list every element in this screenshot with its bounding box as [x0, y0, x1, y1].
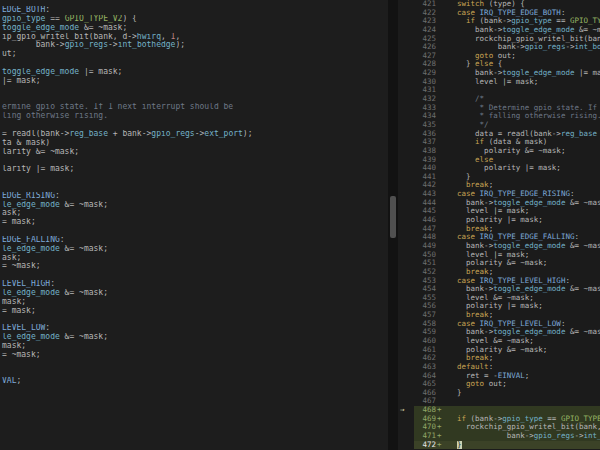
code-line[interactable]: EDGE_FALLING:: [0, 236, 388, 245]
code-token: gpio_regs: [534, 432, 575, 440]
code-line-body: 437 if (data & mask): [414, 138, 600, 147]
code-line[interactable]: VAL;: [0, 377, 388, 386]
code-token: rockchip_gpio_writel_bit(bank, d->: [448, 423, 600, 431]
code-line[interactable]: le_edge_mode &= ~mask;: [0, 245, 388, 254]
code-line[interactable]: = readl(bank->reg_base + bank->gpio_regs…: [0, 130, 388, 139]
code-line[interactable]: ask;: [0, 254, 388, 263]
code-line[interactable]: = mask;: [0, 307, 388, 316]
row-marker: [398, 26, 414, 35]
code-token: );: [175, 41, 185, 49]
code-line[interactable]: [0, 156, 388, 165]
code-line[interactable]: LEVEL_LOW:: [0, 324, 388, 333]
code-line[interactable]: mask;: [0, 342, 388, 351]
code-token: break: [466, 354, 489, 362]
code-text: rockchip_gpio_writel_bit(bank, d->hwirq,…: [444, 423, 600, 432]
code-line[interactable]: larity |= mask;: [0, 165, 388, 174]
code-line[interactable]: [0, 271, 388, 280]
gutter-spacer: [436, 156, 444, 165]
code-line[interactable]: = ~mask;: [0, 262, 388, 271]
code-line[interactable]: [0, 316, 388, 325]
code-text: case IRQ_TYPE_EDGE_BOTH:: [444, 9, 600, 18]
code-line-body: 445 level |= mask;: [414, 207, 600, 216]
code-token: :: [55, 192, 60, 200]
code-text: if (bank->gpio_type == GPIO_TYPE_V2) {: [444, 17, 600, 26]
code-token: data = readl(bank->: [448, 130, 561, 138]
code-text: [444, 86, 600, 95]
code-text: if (data & mask): [444, 138, 600, 147]
code-token: :: [574, 233, 579, 241]
code-line[interactable]: [0, 94, 388, 103]
code-line[interactable]: le_edge_mode &= ~mask;: [0, 201, 388, 210]
right-code-pane[interactable]: 421 switch (type) {422 case IRQ_TYPE_EDG…: [398, 0, 600, 450]
code-line[interactable]: 472+ }: [398, 441, 600, 450]
code-token: [448, 181, 466, 189]
code-line[interactable]: [0, 59, 388, 68]
code-line-body: 456 polarity |= mask;: [414, 302, 600, 311]
code-line[interactable]: [0, 395, 388, 404]
code-token: le_edge_mode: [2, 289, 60, 297]
code-line[interactable]: gpio_type == GPIO_TYPE_V2) {: [0, 15, 388, 24]
code-token: * Determine gpio state. If 1 next interr…: [448, 104, 600, 112]
code-line[interactable]: le_edge_mode &= ~mask;: [0, 289, 388, 298]
code-token: &= ~mask;: [79, 24, 127, 32]
code-token: ->: [195, 130, 205, 138]
left-code-pane[interactable]: EDGE_BOTH:gpio_type == GPIO_TYPE_V2) {to…: [0, 0, 388, 450]
code-line[interactable]: ut;: [0, 50, 388, 59]
code-line[interactable]: [0, 183, 388, 192]
code-line[interactable]: ta & mask): [0, 139, 388, 148]
code-line[interactable]: [0, 227, 388, 236]
code-line[interactable]: = ~mask;: [0, 351, 388, 360]
code-line[interactable]: mask;: [0, 298, 388, 307]
gutter-spacer: [436, 268, 444, 277]
row-marker: [398, 328, 414, 337]
code-line[interactable]: larity &= ~mask;: [0, 148, 388, 157]
code-line[interactable]: EDGE_RISING:: [0, 192, 388, 201]
code-line[interactable]: toggle_edge_mode &= ~mask;: [0, 24, 388, 33]
code-line[interactable]: [0, 404, 388, 413]
code-token: :: [60, 236, 65, 244]
code-line-body: 459 bank->toggle_edge_mode &= ~mask;: [414, 328, 600, 337]
code-token: [448, 320, 457, 328]
code-line[interactable]: [0, 121, 388, 130]
code-line[interactable]: ip_gpio_writel_bit(bank, d->hwirq, 1,: [0, 33, 388, 42]
code-line-body: 447 break;: [414, 225, 600, 234]
gutter-spacer: [436, 285, 444, 294]
code-line[interactable]: [0, 369, 388, 378]
code-token: |= mask;: [2, 77, 41, 85]
code-line-body: 432 /*: [414, 95, 600, 104]
code-line[interactable]: LEVEL_HIGH:: [0, 280, 388, 289]
scrollbar-thumb[interactable]: [390, 196, 396, 238]
code-line-body: 421 switch (type) {: [414, 0, 600, 9]
code-line[interactable]: [0, 360, 388, 369]
code-line[interactable]: [0, 174, 388, 183]
code-token: goto: [466, 380, 484, 388]
code-token: ut;: [2, 50, 16, 58]
code-line-body: 438 polarity &= ~mask;: [414, 147, 600, 156]
code-token: larity &= ~mask;: [2, 148, 79, 156]
code-line-body: 423 if (bank->gpio_type == GPIO_TYPE_V2)…: [414, 17, 600, 26]
code-token: case: [457, 277, 475, 285]
code-token: break: [466, 268, 489, 276]
code-line[interactable]: bank->gpio_regs->int_bothedge);: [0, 41, 388, 50]
code-line-body: 422 case IRQ_TYPE_EDGE_BOTH:: [414, 9, 600, 18]
gutter-spacer: [436, 130, 444, 139]
code-line-body: 462 break;: [414, 354, 600, 363]
code-line[interactable]: [0, 86, 388, 95]
code-line[interactable]: ask;: [0, 209, 388, 218]
code-line[interactable]: ermine gpio state. If 1 next interrupt s…: [0, 103, 388, 112]
diff-editor: EDGE_BOTH:gpio_type == GPIO_TYPE_V2) {to…: [0, 0, 600, 450]
code-line[interactable]: le_edge_mode &= ~mask;: [0, 333, 388, 342]
code-line-body: 450 level |= mask;: [414, 251, 600, 260]
code-token: = mask;: [2, 218, 36, 226]
row-marker: [398, 9, 414, 18]
code-text: break;: [444, 311, 600, 320]
code-line[interactable]: ling otherwise rising.: [0, 112, 388, 121]
code-line[interactable]: toggle_edge_mode |= mask;: [0, 68, 388, 77]
code-line[interactable]: |= mask;: [0, 77, 388, 86]
row-marker: [398, 259, 414, 268]
code-line[interactable]: [0, 386, 388, 395]
code-line[interactable]: EDGE_BOTH:: [0, 6, 388, 15]
code-line[interactable]: = mask;: [0, 218, 388, 227]
gutter-spacer: [436, 337, 444, 346]
row-marker: [398, 415, 414, 424]
